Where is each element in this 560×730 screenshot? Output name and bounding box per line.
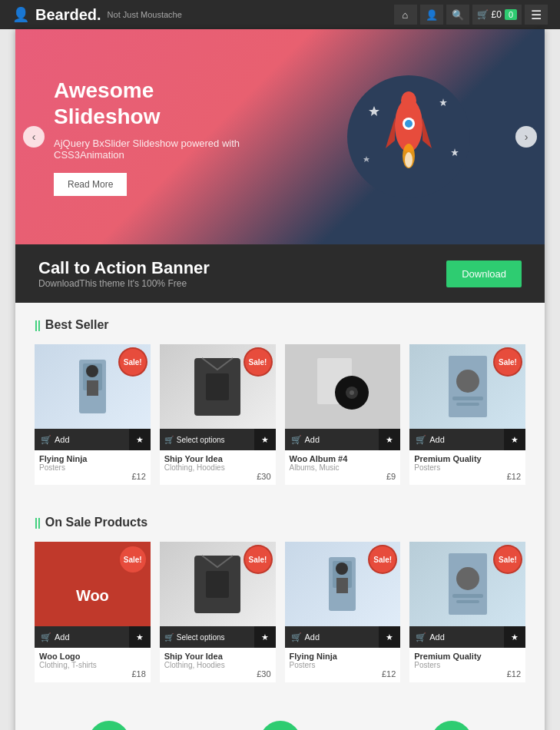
slider-read-more-button[interactable]: Read More	[54, 173, 127, 196]
svg-rect-36	[456, 600, 479, 603]
product-name: Woo Album #4	[290, 454, 396, 463]
wishlist-button[interactable]: ★	[129, 626, 151, 648]
product-name: Woo Logo	[39, 652, 146, 661]
svg-point-24	[456, 370, 479, 393]
product-actions: 🛒 Add ★	[35, 429, 151, 450]
cart-count-badge: 0	[505, 9, 517, 20]
svg-rect-28	[206, 571, 229, 598]
cart-icon: 🛒	[164, 436, 174, 444]
cta-download-button[interactable]: Download	[446, 260, 522, 287]
info-item-who: Who We Are? Drag and drop homepage widge…	[31, 721, 187, 730]
product-category: Posters	[39, 463, 146, 472]
sale-badge: Sale!	[369, 546, 396, 572]
product-info: Woo Logo Clothing, T-shirts £18	[35, 648, 151, 682]
product-card: Sale! 🛒 Add ★ Premium Quality Posters £1…	[409, 542, 525, 682]
product-info: Premium Quality Posters £12	[409, 450, 525, 485]
product-info: Flying Ninja Posters £12	[285, 648, 401, 682]
slider-image-area	[303, 71, 545, 202]
ninja-image	[321, 553, 363, 615]
cart-icon: 🛒	[416, 435, 426, 445]
product-info: Ship Your Idea Clothing, Hoodies £30	[160, 648, 276, 682]
product-image: Sale!	[35, 344, 151, 429]
brand-name: Bearded.	[35, 6, 101, 24]
cta-title: Call to Action Banner	[38, 258, 210, 278]
svg-rect-25	[452, 397, 483, 400]
product-category: Posters	[290, 661, 396, 669]
product-name: Premium Quality	[414, 454, 521, 463]
product-card: 🛒 Add ★ Woo Album #4 Albums, Music £9	[285, 344, 401, 485]
wishlist-button[interactable]: ★	[379, 429, 400, 450]
sale-badge: Sale!	[120, 349, 146, 375]
slider-subtitle: AjQuery BxSlider Slideshow powered with …	[54, 138, 265, 161]
add-to-cart-button[interactable]: 🛒 Add	[35, 429, 129, 450]
add-to-cart-button[interactable]: 🛒 Add	[409, 626, 504, 648]
product-actions: 🛒 Select options ★	[160, 429, 276, 450]
add-to-cart-button[interactable]: 🛒 Add	[285, 626, 379, 648]
product-info: Woo Album #4 Albums, Music £9	[285, 450, 401, 485]
slider-text-area: AwesomeSlideshow AjQuery BxSlider Slides…	[15, 47, 303, 226]
product-image: Sale!	[160, 344, 276, 429]
svg-rect-26	[456, 403, 479, 406]
product-price: £9	[290, 472, 396, 481]
poster-image	[445, 552, 491, 617]
product-actions: 🛒 Add ★	[409, 429, 525, 450]
select-options-button[interactable]: 🛒 Select options	[160, 429, 254, 450]
svg-point-12	[405, 152, 413, 168]
product-category: Albums, Music	[290, 463, 396, 472]
product-card: Sale! 🛒 Add ★ Flying Ninja Posters £12	[285, 542, 401, 682]
cart-nav-button[interactable]: 🛒 £0 0	[472, 5, 522, 25]
product-name: Flying Ninja	[39, 454, 146, 463]
slider-prev-button[interactable]: ‹	[23, 126, 45, 148]
wishlist-button[interactable]: ★	[254, 429, 276, 450]
header-nav: ⌂ 👤 🔍 🛒 £0 0 ☰	[394, 5, 548, 25]
svg-point-34	[456, 567, 479, 590]
add-to-cart-button[interactable]: 🛒 Add	[285, 429, 379, 450]
sale-badge: Sale!	[495, 546, 521, 572]
album-image	[313, 354, 371, 420]
rocket-illustration	[343, 71, 474, 202]
on-sale-title: On Sale Products	[35, 516, 525, 529]
main-content: ‹ AwesomeSlideshow AjQuery BxSlider Slid…	[15, 29, 545, 730]
cart-label: £0	[492, 9, 502, 20]
svg-point-22	[350, 390, 354, 395]
wishlist-button[interactable]: ★	[504, 429, 525, 450]
svg-rect-35	[452, 594, 483, 598]
wishlist-button[interactable]: ★	[379, 626, 400, 648]
home-nav-button[interactable]: ⌂	[394, 5, 417, 25]
brand-tagline: Not Just Moustache	[108, 10, 182, 19]
product-card: Sale! 🛒 Add ★ Flying Ninja Posters £12	[35, 344, 151, 485]
search-nav-button[interactable]: 🔍	[446, 5, 469, 25]
slider-next-button[interactable]: ›	[515, 126, 537, 148]
product-price: £12	[39, 472, 146, 481]
slider-title: AwesomeSlideshow	[54, 78, 265, 129]
poster-image	[445, 354, 491, 420]
select-options-button[interactable]: 🛒 Select options	[160, 626, 254, 648]
wishlist-button[interactable]: ★	[129, 429, 151, 450]
info-section: Who We Are? Drag and drop homepage widge…	[15, 698, 545, 730]
product-price: £12	[414, 669, 521, 679]
brand-area: 👤 Bearded. Not Just Moustache	[12, 6, 182, 24]
woo-text: Woo	[76, 564, 109, 605]
product-card: Sale! 🛒 Select options ★ Ship Your Idea …	[160, 542, 276, 682]
product-price: £30	[164, 472, 271, 481]
cta-subtitle: DownloadThis theme It's 100% Free	[38, 278, 210, 289]
wishlist-button[interactable]: ★	[254, 626, 276, 648]
product-price: £30	[164, 669, 271, 679]
add-to-cart-button[interactable]: 🛒 Add	[409, 429, 504, 450]
product-card: Sale! 🛒 Add ★ Premium Quality Posters £1…	[409, 344, 525, 485]
on-sale-section: On Sale Products Woo Sale! 🛒 Add ★	[15, 500, 545, 698]
product-info: Ship Your Idea Clothing, Hoodies £30	[160, 450, 276, 485]
hamburger-menu-button[interactable]: ☰	[525, 5, 548, 25]
cta-text-area: Call to Action Banner DownloadThis theme…	[38, 258, 210, 289]
product-category: Clothing, T-shirts	[39, 661, 146, 669]
brand-logo-icon: 👤	[12, 6, 29, 23]
wishlist-button[interactable]: ★	[504, 626, 525, 648]
header: 👤 Bearded. Not Just Moustache ⌂ 👤 🔍 🛒 £0…	[0, 0, 560, 29]
product-price: £12	[414, 472, 521, 481]
svg-point-31	[336, 562, 348, 575]
best-seller-grid: Sale! 🛒 Add ★ Flying Ninja Posters £12	[35, 344, 525, 485]
user-nav-button[interactable]: 👤	[420, 5, 443, 25]
product-card: Sale! 🛒 Select options ★ Ship Your Idea …	[160, 344, 276, 485]
add-to-cart-button[interactable]: 🛒 Add	[35, 626, 129, 648]
cta-banner: Call to Action Banner DownloadThis theme…	[15, 244, 545, 303]
